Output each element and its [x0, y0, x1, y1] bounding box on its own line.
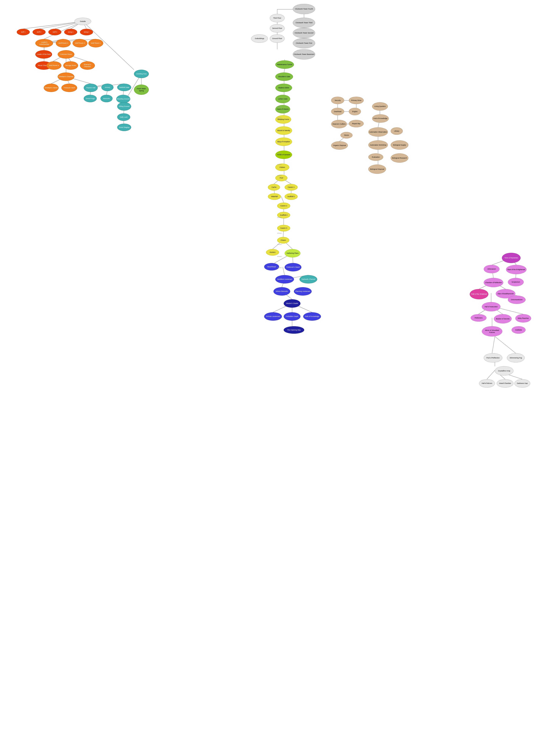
node-petitioners_stand[interactable]: Petitioner's Stand [285, 263, 302, 271]
node-clockwork_tower_basement[interactable]: Clockwork Tower Basement [293, 49, 315, 59]
node-lichen_cave[interactable]: Lichen Cave [276, 95, 290, 103]
node-biological_disposal[interactable]: Biological Disposal [368, 165, 386, 174]
node-leader_of_the_pack[interactable]: Leader of the Pack [35, 50, 52, 59]
node-athenaeum[interactable]: Athenaeum [484, 265, 500, 273]
node-scholar_lieutenant[interactable]: Scholar Lieutenant [264, 312, 282, 321]
node-scriptorium[interactable]: Scriptorium [508, 278, 524, 286]
node-clockwork_tower_second[interactable]: Clockwork Tower Second [293, 28, 315, 38]
node-automation_observation[interactable]: Automation Observation [368, 127, 388, 137]
node-wolf_room4[interactable]: Wolf Room 4 [46, 61, 61, 70]
node-primary_drive[interactable]: Primary Drive [349, 97, 364, 104]
node-stores[interactable]: Stores [341, 132, 353, 138]
node-bastion_of_secrets[interactable]: Bastion of Secrets [494, 314, 512, 323]
node-fresh_water_spring[interactable]: Fresh Water Spring [134, 85, 149, 95]
node-wong2[interactable]: wong 2 [80, 29, 93, 35]
node-cavern1[interactable]: Cavern 1 [285, 184, 298, 191]
node-maintenance_tunnel[interactable]: Maintenance Tunnel [276, 60, 294, 69]
node-darkness_gap[interactable]: Darkness Gap [514, 379, 530, 388]
node-cache[interactable]: Cache [268, 184, 280, 191]
node-forbidden_depth[interactable]: Forbidden Depth [284, 312, 301, 321]
node-clockwork_tower_fourth[interactable]: Clockwork Tower Fourth [293, 4, 315, 14]
node-clockwork_tower_third[interactable]: Clockwork Tower Third [293, 18, 315, 28]
node-common_room[interactable]: Common Room [58, 50, 74, 59]
node-bleeding_ground[interactable]: Bleeding Ground [116, 95, 130, 103]
node-greeting_area[interactable]: Greeting Area [134, 70, 149, 78]
node-mirror_of_shredded_futures[interactable]: Mirror of Shredded Futures [482, 326, 502, 336]
node-chieftains_chamber[interactable]: Chieftain's Chamber [58, 72, 74, 81]
node-shimmering_fog[interactable]: Shimmering Fog [507, 353, 525, 362]
node-minion_barracks[interactable]: Minion Barracks [273, 287, 290, 296]
node-beachhead[interactable]: Beachhead [264, 263, 279, 270]
node-path_of_knowledge[interactable]: Path of Knowledge [303, 312, 321, 321]
node-storage_room[interactable]: Storage Room [63, 61, 78, 70]
node-great_forge[interactable]: Great Forge [84, 95, 97, 102]
node-gathering_place[interactable]: Gathering Place [285, 249, 301, 257]
node-tome_of_mysteries[interactable]: Tome of Mysteries [502, 253, 521, 263]
node-armory[interactable]: Armory [101, 84, 113, 91]
node-wolf1[interactable]: wolf 1 [17, 29, 30, 35]
node-scout_staging[interactable]: Scout Staging [117, 124, 131, 131]
node-sieblold_gate[interactable]: Sieblold Gate [117, 84, 131, 91]
node-crystalline_array[interactable]: Crystalline Array [495, 366, 513, 375]
node-misty_reaches[interactable]: Misty Reaches [515, 314, 531, 323]
node-sleeping_forms[interactable]: Sleeping Forms [276, 115, 291, 124]
node-wolf_room3[interactable]: Wolf Room 3 [56, 39, 71, 47]
node-path_of_the_shattered[interactable]: Path of the Shattered [470, 289, 488, 299]
node-shamans_chamber[interactable]: Shaman's Chamber [80, 61, 95, 70]
node-chieftains_harem[interactable]: Chieftain's Harem [44, 84, 59, 92]
node-evaluation[interactable]: Evaluation [368, 153, 383, 161]
node-clockwork_tower_first[interactable]: Clockwork Tower First [293, 38, 315, 48]
node-biological_supply[interactable]: Biological Supply [391, 140, 408, 150]
node-automation_workshop[interactable]: Automation Workshop [368, 140, 388, 150]
node-oniromanticism[interactable]: Oniromanticism [508, 296, 526, 304]
node-font_of_knowledge[interactable]: Font of Knowledge [372, 114, 389, 123]
node-engine[interactable]: Engine [349, 108, 361, 115]
node-rant_of_the_enlightened[interactable]: Rant of the Enlightened [506, 265, 527, 274]
node-pool_of_reflection[interactable]: Pool of Reflection [484, 353, 502, 362]
node-second_floor[interactable]: Second Floor [270, 24, 285, 33]
node-shoulders_gate[interactable]: Shoulder's Gate [276, 72, 293, 81]
node-cavern2[interactable]: Cavern 2 [277, 203, 290, 209]
node-chasm[interactable]: Chasm [277, 237, 289, 244]
node-waterfall[interactable]: Waterfall [268, 193, 281, 200]
node-oubliette[interactable]: Oubliette [512, 326, 526, 334]
node-wong1[interactable]: wong 1 [64, 29, 77, 35]
node-outside[interactable]: Outside [74, 18, 91, 25]
node-treasure_vault[interactable]: "Treasure Vault" [61, 84, 77, 92]
node-sally_lock[interactable]: Sally Lock [117, 113, 130, 121]
node-hall_of_instruction[interactable]: Hall of Instruction [482, 302, 500, 311]
node-outbuildings[interactable]: Outbuildings [251, 34, 268, 43]
node-petitioners_node[interactable]: Petitioners [471, 314, 487, 322]
node-library[interactable]: Library [391, 127, 403, 135]
node-chamber_of_reflection[interactable]: Chamber of Reflection [484, 278, 503, 287]
node-barracks[interactable]: Barracks [100, 95, 112, 102]
node-hall_of_mirrors[interactable]: Hall of Mirrors [479, 379, 495, 388]
node-living_quarters[interactable]: Living Quarters [372, 102, 388, 111]
node-security[interactable]: Security [331, 97, 344, 104]
node-thanes_hall[interactable]: Thane's Hall [84, 84, 98, 92]
node-dwarven_crafters[interactable]: Dwarven Crafters [331, 120, 347, 128]
node-hoard_chamber[interactable]: Hoard Chamber [497, 379, 513, 388]
node-wolf_room1[interactable]: Wolf Room 1 [88, 39, 103, 47]
node-wolf3[interactable]: wolf 3 [48, 29, 61, 35]
node-masters_citadel[interactable]: Master's Citadel [284, 299, 301, 308]
node-the_claiming_way[interactable]: The Claiming Way [284, 326, 304, 334]
node-wolf2[interactable]: wolf 2 [33, 29, 46, 35]
node-cavern3[interactable]: Cavern 3 [277, 225, 290, 231]
node-hunters[interactable]: Hunters [266, 249, 279, 256]
node-repair_bay[interactable]: Repair Bay [349, 120, 364, 127]
node-grotto_of_genesis[interactable]: Grotto of Genesis [276, 151, 292, 159]
node-killing_ground[interactable]: Killing Ground [117, 102, 131, 111]
node-leaders_antechamber[interactable]: Leader's Antechamber [35, 39, 53, 47]
node-organic_disposal[interactable]: Organic Disposal [331, 141, 348, 150]
node-ground_floor[interactable]: Ground Floor [270, 34, 285, 43]
node-hydraulic_channel[interactable]: Hydraulic Channel [300, 275, 317, 283]
node-wolf_room2[interactable]: Wolf Room 2 [73, 39, 87, 47]
node-planning_lieutenant[interactable]: Planning Lieutenant [294, 287, 312, 296]
node-third_floor[interactable]: Third Floor [270, 14, 285, 22]
node-scaffold1[interactable]: Scaffold 1 [285, 193, 298, 200]
node-sandliest_lieutenant[interactable]: Sandliest Lieutenant [276, 275, 294, 283]
node-madens_delve[interactable]: Madens Delve [276, 84, 292, 92]
node-gearhead[interactable]: Gearhead [331, 108, 344, 115]
node-biological_research[interactable]: Biological Research [391, 153, 408, 163]
